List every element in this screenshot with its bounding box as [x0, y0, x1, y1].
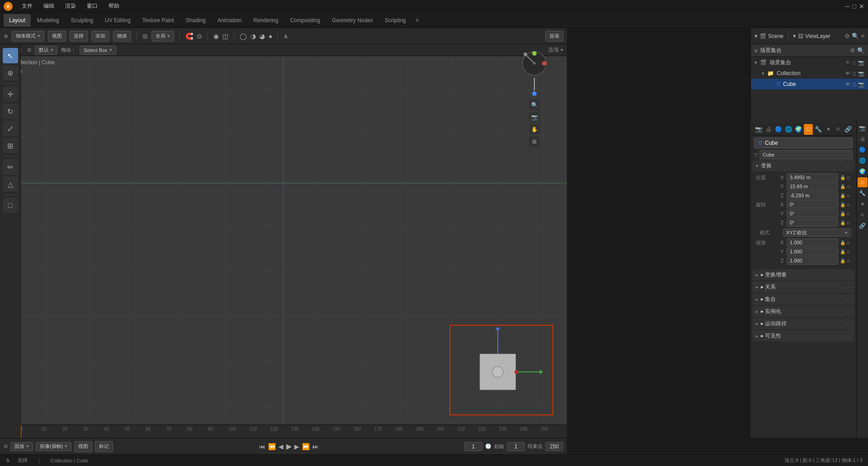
prop-constraints-icon[interactable]: 🔗 [844, 124, 853, 135]
object-mode-dropdown[interactable]: 物体模式 ▾ [12, 31, 44, 42]
next-keyframe-btn[interactable]: ⏩ [302, 443, 310, 450]
instances-dots[interactable]: ··· [845, 308, 851, 315]
collection-vis-icon[interactable]: 👁 [845, 71, 850, 76]
prop-modifier-icon[interactable]: 🔧 [814, 124, 823, 135]
playback-mode-dropdown[interactable]: 固放 ▾ [10, 442, 33, 451]
scale-z-lock[interactable]: 🔒 [840, 258, 844, 263]
tool-rotate[interactable]: ↻ [3, 104, 18, 119]
pos-z-field[interactable]: -6.293 m [787, 191, 838, 200]
tab-shading[interactable]: Shading [180, 14, 211, 27]
tab-compositing[interactable]: Compositing [285, 14, 326, 27]
tool-cursor[interactable]: ⊕ [3, 65, 18, 81]
prop-icon-particles[interactable]: ✦ [858, 199, 868, 209]
rot-x-link[interactable]: ⊕ [846, 202, 851, 207]
data-name-field[interactable]: Cube [760, 150, 853, 159]
jump-end-btn[interactable]: ⏭ [312, 443, 319, 450]
pos-y-link[interactable]: ⊕ [846, 184, 851, 189]
delta-transform-header[interactable]: ▸ ▸ 变换增量 ··· [752, 269, 854, 281]
object-menu[interactable]: 物体 [113, 31, 131, 42]
pos-x-lock[interactable]: 🔒 [840, 175, 844, 180]
prop-render-icon[interactable]: 📷 [754, 124, 763, 135]
pos-y-lock[interactable]: 🔒 [840, 184, 844, 189]
prop-icon-scene[interactable]: 🌐 [858, 156, 868, 166]
material-shading-btn[interactable]: ◑ [250, 33, 256, 40]
nav-zoom-in[interactable]: 🔍 [529, 100, 540, 110]
timeline-mode-icon[interactable]: ⊙ [4, 443, 8, 449]
frame-display-dropdown[interactable]: 抓像(插帧) ▾ [36, 442, 71, 451]
menu-render[interactable]: 渲染 [63, 1, 78, 11]
coord-dropdown[interactable]: 默认 ▾ [35, 46, 57, 55]
visibility-header[interactable]: ▸ ▸ 可见性 ··· [752, 330, 854, 342]
scale-x-link[interactable]: ⊕ [846, 240, 851, 245]
rot-z-lock[interactable]: 🔒 [840, 220, 844, 225]
select-menu[interactable]: 选择 [70, 31, 88, 42]
viewlayer-dropdown-icon[interactable]: ▾ [793, 33, 796, 39]
outliner-rnd-icon1[interactable]: 📷 [858, 60, 864, 66]
tool-annotate[interactable]: ✏ [3, 159, 18, 175]
tool-measure[interactable]: △ [3, 176, 18, 192]
prop-output-icon[interactable]: 🖨 [764, 124, 773, 135]
rot-y-link[interactable]: ⊕ [846, 211, 851, 216]
tool-transform[interactable]: ⊞ [3, 138, 18, 153]
tool-add-cube[interactable]: □ [3, 198, 18, 213]
rot-y-field[interactable]: 0° [787, 209, 838, 218]
outliner-search-icon[interactable]: 🔍 [857, 47, 864, 54]
outliner-dis-icon1[interactable]: ◻ [852, 60, 856, 66]
outliner-collection[interactable]: ▾ 📁 Collection 👁 ◻ 📷 [751, 68, 868, 79]
current-frame-counter[interactable]: 1 [464, 442, 482, 451]
selectbox-dropdown[interactable]: Select Box ▾ [80, 46, 116, 55]
proportional-icon[interactable]: ⊙ [197, 33, 202, 40]
overlay-icon[interactable]: ◉ [213, 33, 219, 40]
prop-icon-object[interactable]: □ [858, 177, 868, 187]
transform-dots[interactable]: ··· [845, 162, 851, 170]
viewport-options-icon[interactable]: ∧ [283, 33, 288, 40]
jump-start-btn[interactable]: ⏮ [259, 443, 265, 450]
tab-sculpting[interactable]: Sculpting [66, 14, 99, 27]
prop-icon-render[interactable]: 📷 [858, 123, 868, 133]
outliner-filter-icon[interactable]: ⚙ [850, 47, 855, 54]
rot-mode-dropdown[interactable]: XYZ 欧拉 ▾ [783, 228, 851, 237]
rot-x-lock[interactable]: 🔒 [840, 202, 844, 207]
tab-modeling[interactable]: Modeling [32, 14, 65, 27]
prop-object-icon[interactable]: □ [804, 124, 813, 135]
rot-y-lock[interactable]: 🔒 [840, 211, 844, 216]
cube-dis-icon[interactable]: ◻ [852, 81, 856, 87]
motion-dots[interactable]: ··· [845, 320, 851, 328]
nav-hand[interactable]: ✋ [529, 124, 540, 135]
pos-x-link[interactable]: ⊕ [846, 175, 851, 180]
magnet-icon[interactable]: 🧲 [185, 33, 193, 40]
menu-help[interactable]: 帮助 [107, 1, 121, 11]
maximize-btn[interactable]: □ [853, 3, 856, 10]
end-frame-field[interactable]: 250 [545, 442, 563, 451]
prop-icon-modifier[interactable]: 🔧 [858, 188, 868, 198]
transform-section-header[interactable]: ▾ 变换 ··· [752, 160, 854, 171]
viewport-3d[interactable]: 正交右视图 (1) Collection | Cube Meters 坐标系： … [0, 44, 567, 438]
tab-uv-editing[interactable]: UV Editing [99, 14, 136, 27]
next-frame-btn[interactable]: ▶ [294, 443, 299, 450]
scale-y-field[interactable]: 1.000 [787, 247, 838, 256]
nav-camera[interactable]: 📷 [529, 112, 540, 123]
prop-physics-icon[interactable]: ⚛ [834, 124, 843, 135]
prop-world-icon[interactable]: 🌍 [794, 124, 803, 135]
prop-particle-icon[interactable]: ✦ [824, 124, 833, 135]
collection-rnd-icon[interactable]: 📷 [858, 71, 864, 76]
solid-shading-btn[interactable]: ◯ [240, 33, 247, 40]
prop-icon-constraints[interactable]: 🔗 [858, 221, 868, 231]
gizmo-icon[interactable]: ⊞ [142, 33, 148, 40]
object-name-field[interactable]: ▽ Cube [754, 138, 853, 148]
pos-z-lock[interactable]: 🔒 [840, 193, 844, 198]
scale-y-lock[interactable]: 🔒 [840, 249, 844, 254]
prev-keyframe-btn[interactable]: ⏪ [268, 443, 276, 450]
xray-icon[interactable]: ◫ [222, 33, 228, 40]
scene-dropdown-icon[interactable]: ▾ [755, 33, 758, 39]
play-btn[interactable]: ▶ [286, 442, 292, 451]
pos-x-field[interactable]: 3.4992 m [787, 173, 838, 181]
prop-view-icon[interactable]: 🔵 [774, 124, 783, 135]
prop-icon-world[interactable]: 🌍 [858, 166, 868, 176]
tab-texture-paint[interactable]: Texture Paint [137, 14, 179, 27]
menu-file[interactable]: 文件 [20, 1, 34, 11]
start-frame-field[interactable]: 1 [507, 442, 525, 451]
search-icon[interactable]: 🔍 [852, 33, 859, 39]
scale-x-field[interactable]: 1.000 [787, 238, 838, 247]
cube-rnd-icon[interactable]: 📷 [858, 81, 864, 87]
